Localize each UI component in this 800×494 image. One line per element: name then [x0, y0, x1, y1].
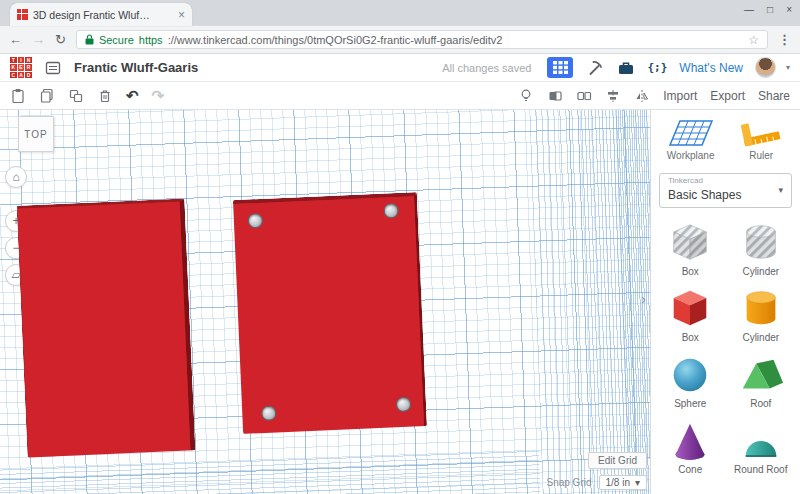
avatar-caret-icon[interactable]: ▾: [786, 63, 790, 72]
cylinder-icon: [737, 285, 785, 331]
browser-navbar: ← → ↻ Secure https ://www.tinkercad.com/…: [0, 26, 800, 54]
mirror-flip-icon[interactable]: [634, 88, 650, 104]
browser-menu-icon[interactable]: ⋮: [778, 32, 791, 47]
tab-title: 3D design Frantic Wluf…: [33, 9, 173, 21]
shape-tile-cylinder-hole[interactable]: Cylinder: [726, 219, 797, 277]
back-icon[interactable]: ←: [9, 33, 22, 46]
shape-gallery: Box Cylinder Box: [651, 211, 800, 483]
tinkercad-logo[interactable]: TIN KER CAD: [10, 57, 32, 79]
tab-strip: 3D design Frantic Wluf… × — □ ×: [0, 0, 800, 26]
shape-label: Cylinder: [742, 332, 779, 343]
panel-collapse-handle[interactable]: ›: [637, 286, 650, 312]
shape-label: Box: [682, 266, 699, 277]
snap-grid-select[interactable]: 1/8 in ▾: [599, 475, 648, 490]
logo-letter: R: [25, 64, 32, 71]
minecraft-pickaxe-icon[interactable]: [583, 57, 605, 79]
cone-icon: [666, 417, 714, 463]
logo-letter: I: [18, 57, 25, 64]
shape-tile-box-hole[interactable]: Box: [655, 219, 726, 277]
edit-grid-button[interactable]: Edit Grid: [588, 452, 647, 469]
forward-icon[interactable]: →: [32, 33, 45, 46]
import-button[interactable]: Import: [663, 89, 697, 103]
shape-tile-cylinder[interactable]: Cylinder: [726, 285, 797, 343]
grid-icon: [553, 61, 568, 74]
logo-letter: C: [10, 72, 17, 79]
shape-label: Round Roof: [734, 464, 787, 475]
tab-close-icon[interactable]: ×: [178, 9, 185, 21]
bookmark-star-icon[interactable]: ☆: [748, 33, 759, 47]
snap-grid-value: 1/8 in: [606, 477, 630, 488]
plate-hole: [396, 397, 412, 413]
category-value: Basic Shapes: [668, 188, 741, 202]
export-button[interactable]: Export: [710, 89, 745, 103]
address-bar[interactable]: Secure https ://www.tinkercad.com/things…: [76, 30, 768, 49]
red-plate-left[interactable]: [17, 198, 196, 457]
secure-label: Secure: [99, 34, 134, 46]
duplicate-icon[interactable]: [68, 88, 84, 104]
workplane-label: Workplane: [667, 150, 715, 161]
delete-trash-icon[interactable]: [97, 88, 113, 104]
tinkercad-favicon: [17, 9, 28, 20]
cylinder-hole-icon: [737, 219, 785, 265]
category-caret-icon: ▾: [778, 185, 783, 195]
snap-caret-icon: ▾: [635, 477, 640, 488]
share-button[interactable]: Share: [758, 89, 790, 103]
briefcase-icon[interactable]: [615, 57, 637, 79]
window-controls: — □ ×: [744, 4, 792, 15]
category-brand-label: Tinkercad: [668, 176, 783, 185]
view-cube[interactable]: TOP: [18, 116, 54, 152]
design-menu-icon[interactable]: [42, 57, 64, 79]
roof-icon: [737, 351, 785, 397]
shape-tile-roof[interactable]: Roof: [726, 351, 797, 409]
home-view-button[interactable]: ⌂: [5, 166, 27, 188]
paste-icon[interactable]: [10, 88, 26, 104]
shape-label: Roof: [750, 398, 771, 409]
ungroup-icon[interactable]: [576, 88, 592, 104]
url-text: ://www.tinkercad.com/things/0tmQOrSi0G2-…: [168, 34, 744, 46]
shape-tile-round-roof[interactable]: Round Roof: [726, 417, 797, 475]
box-hole-icon: [666, 219, 714, 265]
copy-icon[interactable]: [39, 88, 55, 104]
user-avatar[interactable]: [755, 57, 776, 78]
url-scheme: https: [139, 34, 163, 46]
logo-letter: D: [25, 72, 32, 79]
sphere-icon: [666, 351, 714, 397]
shape-tile-sphere[interactable]: Sphere: [655, 351, 726, 409]
plate-hole: [383, 203, 399, 219]
secure-lock-icon: [85, 34, 94, 45]
logo-letter: T: [10, 57, 17, 64]
shape-category-dropdown[interactable]: Tinkercad Basic Shapes ▾: [659, 173, 792, 208]
shape-tile-cone[interactable]: Cone: [655, 417, 726, 475]
workplane-tool[interactable]: Workplane: [667, 118, 715, 161]
red-plate-with-holes[interactable]: [233, 192, 427, 434]
snap-grid-label: Snap Grid: [546, 477, 591, 488]
main-area: TOP ⌂ + − ▱ Edit Grid Snap Grid 1/8 in ▾…: [0, 110, 800, 494]
logo-letter: N: [25, 57, 32, 64]
shape-label: Box: [682, 332, 699, 343]
undo-icon[interactable]: ↶: [126, 88, 139, 103]
show-all-bulb-icon[interactable]: [518, 88, 534, 104]
logo-letter: E: [18, 64, 25, 71]
ruler-label: Ruler: [749, 150, 773, 161]
window-minimize-icon[interactable]: —: [744, 4, 754, 15]
whats-new-link[interactable]: What's New: [679, 61, 743, 75]
shape-label: Sphere: [674, 398, 706, 409]
align-icon[interactable]: [605, 88, 621, 104]
window-close-icon[interactable]: ×: [786, 4, 792, 15]
refresh-icon[interactable]: ↻: [55, 33, 66, 46]
browser-tab[interactable]: 3D design Frantic Wluf… ×: [10, 3, 192, 26]
box-icon: [666, 285, 714, 331]
blocks-grid-button[interactable]: [547, 57, 573, 78]
design-canvas[interactable]: TOP ⌂ + − ▱ Edit Grid Snap Grid 1/8 in ▾…: [0, 110, 650, 494]
logo-letter: A: [18, 72, 25, 79]
design-title[interactable]: Frantic Wluff-Gaaris: [74, 60, 198, 75]
redo-icon[interactable]: ↷: [152, 88, 165, 103]
shape-tile-box[interactable]: Box: [655, 285, 726, 343]
group-icon[interactable]: [547, 88, 563, 104]
logo-letter: K: [10, 64, 17, 71]
window-maximize-icon[interactable]: □: [767, 4, 773, 15]
plate-hole: [248, 213, 264, 229]
ruler-tool[interactable]: Ruler: [738, 118, 784, 161]
shape-label: Cone: [678, 464, 702, 475]
codeblocks-icon[interactable]: {;}: [647, 61, 667, 74]
